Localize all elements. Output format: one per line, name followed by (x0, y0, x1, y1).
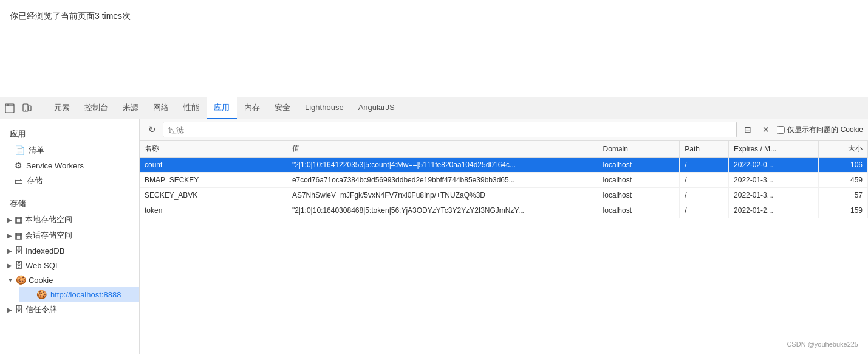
cell-path: / (680, 188, 729, 203)
sidebar-app-label: 应用 (0, 124, 139, 142)
tab-performance[interactable]: 性能 (176, 97, 207, 119)
main-panel: ↻ ⊟ ✕ 仅显示有问题的 Cookie (140, 119, 868, 354)
db-icon: 🗄 (15, 260, 23, 270)
cell-name: count (140, 158, 287, 173)
col-header-size[interactable]: 大小 (819, 141, 868, 158)
chevron-right-icon: ▶ (7, 217, 12, 223)
filter-input[interactable] (163, 122, 737, 137)
col-header-expires[interactable]: Expires / M... (729, 141, 819, 158)
sidebar-group-local-storage[interactable]: ▶ ▦ 本地存储空间 (0, 212, 139, 227)
table-row[interactable]: token"2|1:0|10:1640308468|5:token|56:YjA… (140, 203, 868, 218)
tab-elements[interactable]: 元素 (47, 97, 77, 119)
cell-expires: 2022-01-3... (729, 188, 819, 203)
cell-path: / (680, 203, 729, 218)
tab-angularjs[interactable]: AngularJS (351, 97, 402, 119)
cell-expires: 2022-01-2... (729, 203, 819, 218)
cell-name: BMAP_SECKEY (140, 173, 287, 188)
cell-size: 57 (819, 188, 868, 203)
col-header-path[interactable]: Path (680, 141, 729, 158)
tab-lighthouse[interactable]: Lighthouse (298, 97, 351, 119)
tab-network[interactable]: 网络 (146, 97, 176, 119)
sidebar-localhost-label: http://localhost:8888 (50, 290, 121, 299)
cell-path: / (680, 173, 729, 188)
inspect-icon[interactable] (2, 101, 17, 116)
gear-icon: ⚙ (15, 161, 22, 170)
tab-security[interactable]: 安全 (267, 97, 298, 119)
sidebar-group-cookie[interactable]: ▼ 🍪 Cookie (0, 272, 139, 287)
table-row[interactable]: count"2|1:0|10:1641220353|5:count|4:Mw==… (140, 158, 868, 173)
cell-size: 106 (819, 158, 868, 173)
tab-divider (43, 102, 43, 114)
show-issues-text: 仅显示有问题的 Cookie (787, 125, 863, 135)
tab-console[interactable]: 控制台 (77, 97, 115, 119)
clear-filter-button[interactable]: ✕ (759, 122, 773, 137)
svg-rect-0 (5, 104, 14, 113)
cell-value: "2|1:0|10:1641220353|5:count|4:Mw==|5111… (287, 158, 598, 173)
tab-icons (2, 101, 34, 116)
refresh-icon: ↻ (148, 124, 156, 135)
grid-icon: ▦ (15, 215, 22, 224)
cell-domain: localhost (598, 158, 680, 173)
trust-icon: 🗄 (15, 305, 23, 314)
sidebar-group-trust-token[interactable]: ▶ 🗄 信任令牌 (0, 302, 139, 318)
devtools-body: 应用 📄 清单 ⚙ Service Workers 🗃 存储 存储 ▶ ▦ 本地… (0, 119, 868, 354)
cell-expires: 2022-02-0... (729, 158, 819, 173)
svg-point-3 (25, 109, 26, 110)
table-header-row: 名称 值 Domain Path Expires / M... 大小 (140, 141, 868, 158)
tab-sources[interactable]: 来源 (115, 97, 146, 119)
filter-options-button[interactable]: ⊟ (740, 122, 755, 137)
sidebar-indexeddb-label: IndexedDB (26, 246, 64, 255)
cell-name: token (140, 203, 287, 218)
cell-size: 159 (819, 203, 868, 218)
cell-value: AS7NhSwieV+mJFgk/5vxN4FV7nxi0Fu8Inp/+TNU… (287, 188, 598, 203)
sidebar-cookie-children: 🍪 http://localhost:8888 (0, 287, 139, 302)
sidebar-web-sql-label: Web SQL (26, 261, 60, 270)
cell-value: e7ccd76a71cca7384bc9d56993ddbed2e19bbff4… (287, 173, 598, 188)
show-issues-label[interactable]: 仅显示有问题的 Cookie (777, 125, 863, 135)
show-issues-checkbox[interactable] (777, 126, 785, 134)
watermark: CSDN @youhebuke225 (787, 341, 858, 348)
sidebar-item-storage[interactable]: 🗃 存储 (0, 173, 139, 189)
cookie-child-icon: 🍪 (36, 290, 47, 299)
cell-domain: localhost (598, 203, 680, 218)
sidebar-group-indexeddb[interactable]: ▶ 🗄 IndexedDB (0, 243, 139, 258)
db-icon: 🗄 (15, 246, 23, 255)
sidebar-local-storage-label: 本地存储空间 (25, 214, 72, 225)
sidebar-item-manifest[interactable]: 📄 清单 (0, 142, 139, 158)
cell-size: 459 (819, 173, 868, 188)
sidebar-item-service-workers[interactable]: ⚙ Service Workers (0, 158, 139, 173)
close-icon: ✕ (762, 125, 770, 134)
page-content: 你已经浏览了当前页面3 times次 (0, 0, 868, 97)
sidebar-group-web-sql[interactable]: ▶ 🗄 Web SQL (0, 258, 139, 272)
sidebar-group-session-storage[interactable]: ▶ ▦ 会话存储空间 (0, 227, 139, 243)
tab-memory[interactable]: 内存 (237, 97, 267, 119)
cookie-tbody: count"2|1:0|10:1641220353|5:count|4:Mw==… (140, 158, 868, 218)
sidebar-item-localhost[interactable]: 🍪 http://localhost:8888 (19, 287, 139, 302)
devtools-panel: 元素控制台来源网络性能应用内存安全LighthouseAngularJS 应用 … (0, 97, 868, 354)
sidebar-storage-label: 存储 (27, 175, 43, 186)
svg-rect-2 (29, 106, 31, 111)
sidebar-storage-label: 存储 (0, 193, 139, 212)
sidebar-sw-label: Service Workers (26, 161, 84, 170)
refresh-button[interactable]: ↻ (145, 122, 159, 137)
cookie-table: 名称 值 Domain Path Expires / M... 大小 count… (140, 141, 868, 354)
sidebar: 应用 📄 清单 ⚙ Service Workers 🗃 存储 存储 ▶ ▦ 本地… (0, 119, 140, 354)
chevron-right-icon: ▶ (7, 307, 12, 313)
filter-options-icon: ⊟ (744, 125, 751, 134)
col-header-name[interactable]: 名称 (140, 141, 287, 158)
col-header-value[interactable]: 值 (287, 141, 598, 158)
chevron-down-icon: ▼ (7, 277, 13, 283)
storage-icon: 🗃 (15, 176, 23, 186)
grid-icon: ▦ (15, 231, 22, 240)
cell-name: SECKEY_ABVK (140, 188, 287, 203)
col-header-domain[interactable]: Domain (598, 141, 680, 158)
device-icon[interactable] (19, 101, 34, 116)
tab-application[interactable]: 应用 (207, 97, 237, 119)
table-row[interactable]: SECKEY_ABVKAS7NhSwieV+mJFgk/5vxN4FV7nxi0… (140, 188, 868, 203)
tabs-container: 元素控制台来源网络性能应用内存安全LighthouseAngularJS (47, 97, 402, 119)
cell-domain: localhost (598, 188, 680, 203)
page-title: 你已经浏览了当前页面3 times次 (10, 11, 858, 22)
cookie-icon: 🍪 (16, 275, 26, 285)
cookie-toolbar: ↻ ⊟ ✕ 仅显示有问题的 Cookie (140, 119, 868, 141)
table-row[interactable]: BMAP_SECKEYe7ccd76a71cca7384bc9d56993ddb… (140, 173, 868, 188)
